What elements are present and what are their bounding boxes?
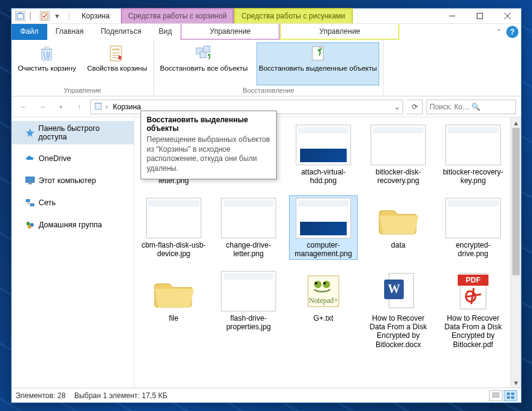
breadcrumb-root[interactable]: Корзина (110, 103, 144, 111)
file-item[interactable]: change-drive-letter.png (214, 195, 283, 260)
file-item[interactable]: file (139, 268, 208, 351)
ribbon-group-manage: Очистить корзину Свойства корзины Управл… (12, 40, 154, 96)
search-placeholder: Поиск: Корз... (430, 103, 471, 111)
view-icons-button[interactable] (504, 390, 517, 401)
empty-recycle-bin-button[interactable]: Очистить корзину (15, 42, 79, 85)
tab-manage-pictures[interactable]: Управление (280, 24, 399, 40)
tab-home[interactable]: Главная (47, 24, 93, 40)
file-item[interactable]: flash-drive-properties.jpg (214, 268, 283, 351)
computer-icon (25, 176, 35, 186)
svg-rect-10 (95, 103, 101, 109)
tab-share[interactable]: Поделиться (92, 24, 150, 40)
star-icon (25, 128, 35, 138)
file-item[interactable]: computer-management.png (289, 195, 358, 260)
qat-properties-icon[interactable] (40, 11, 50, 21)
file-item-label: G+.txt (314, 314, 333, 323)
thumbnail-icon (221, 271, 276, 311)
tab-view[interactable]: Вид (150, 24, 180, 40)
ribbon-tabs: Файл Главная Поделиться Вид Управление У… (12, 24, 521, 40)
scroll-thumb[interactable] (512, 128, 520, 275)
network-icon (25, 198, 35, 208)
thumbnail-icon (296, 198, 351, 238)
sidebar-quick-access[interactable]: Панель быстрого доступа (12, 121, 134, 144)
sidebar-this-pc[interactable]: Этот компьютер (12, 173, 134, 189)
close-button[interactable] (493, 9, 521, 23)
restore-selected-button[interactable]: Восстановить выделенные объекты (256, 42, 379, 85)
nav-forward-button[interactable]: → (35, 100, 50, 114)
svg-point-21 (323, 281, 330, 288)
file-item[interactable]: attach-virtual-hdd.png (289, 122, 358, 187)
ribbon-group-restore: Восстановить все объекты Восстановить вы… (154, 40, 384, 96)
file-item-label: How to Recover Data From a Disk Encrypte… (441, 314, 506, 350)
maximize-button[interactable] (466, 9, 493, 23)
address-dropdown-icon[interactable]: ⌄ (394, 103, 400, 111)
sidebar-network[interactable]: Сеть (12, 195, 134, 211)
contextual-tab-headers: Средства работы с корзиной Средства рабо… (121, 8, 353, 23)
thumbnail-icon: PDF (445, 271, 501, 311)
minimize-button[interactable] (438, 9, 466, 23)
tab-manage-recycle[interactable]: Управление (180, 24, 280, 40)
navigation-pane: Панель быстрого доступа OneDrive Этот ко… (12, 117, 134, 388)
svg-rect-11 (26, 177, 34, 182)
sidebar-homegroup[interactable]: Домашняя группа (12, 217, 134, 233)
recycle-bin-empty-icon (37, 44, 56, 63)
explorer-window: ▏ ▾ │ Корзина Средства работы с корзиной… (11, 8, 522, 403)
ribbon-collapse-icon[interactable]: ⌃ (492, 24, 506, 40)
file-item[interactable]: bitlocker-recovery-key.png (439, 122, 507, 187)
view-details-button[interactable] (489, 390, 503, 401)
thumbnail-icon (445, 198, 501, 238)
search-box[interactable]: Поиск: Корз... 🔍 (426, 100, 516, 114)
homegroup-icon (25, 220, 35, 230)
onedrive-icon (25, 154, 35, 163)
recycle-bin-icon[interactable] (15, 11, 25, 21)
thumbnail-icon (146, 271, 201, 311)
ctx-tab-recycle[interactable]: Средства работы с корзиной (121, 8, 234, 23)
breadcrumb-sep-icon[interactable]: › (106, 103, 108, 111)
scroll-up-icon[interactable]: ▴ (511, 117, 521, 128)
thumbnail-icon (445, 125, 501, 165)
window-buttons (438, 9, 521, 23)
file-item[interactable]: bitlocker-disk-recovery.png (364, 122, 433, 187)
restore-selected-icon (308, 44, 328, 63)
file-item-label: attach-virtual-hdd.png (291, 168, 356, 186)
qat-separator: │ (64, 11, 74, 21)
file-item[interactable]: WHow to Recover Data From a Disk Encrypt… (364, 268, 433, 351)
recycle-bin-properties-button[interactable]: Свойства корзины (85, 42, 150, 85)
thumbnail-icon: W (371, 271, 426, 311)
nav-back-button[interactable]: ← (17, 100, 31, 114)
file-item-label: bitlocker-disk-recovery.png (366, 168, 431, 186)
properties-icon (107, 44, 127, 63)
svg-point-22 (315, 282, 317, 284)
nav-up-button[interactable]: ↑ (72, 100, 87, 114)
title-bar: ▏ ▾ │ Корзина Средства работы с корзиной… (12, 9, 521, 24)
refresh-button[interactable]: ⟳ (407, 100, 423, 114)
thumbnail-icon (371, 198, 426, 238)
file-item[interactable]: encrypted-drive.png (439, 195, 507, 260)
file-item[interactable]: PDFHow to Recover Data From a Disk Encry… (439, 268, 507, 351)
file-item-label: How to Recover Data From a Disk Encrypte… (366, 314, 431, 350)
svg-rect-13 (26, 199, 30, 202)
svg-rect-5 (112, 49, 120, 50)
svg-rect-30 (507, 393, 510, 395)
vertical-scrollbar[interactable]: ▴ ▾ (511, 117, 521, 388)
file-item-label: change-drive-letter.png (216, 241, 281, 259)
file-item[interactable]: cbm-flash-disk-usb-device.jpg (139, 195, 208, 260)
file-item-label: bitlocker-recovery-key.png (441, 168, 506, 186)
help-icon[interactable]: ? (506, 26, 519, 38)
restore-selected-label: Восстановить выделенные объекты (259, 65, 377, 72)
window-title: Корзина (78, 9, 121, 23)
svg-rect-8 (204, 46, 210, 52)
nav-history-dropdown[interactable]: ▾ (53, 100, 68, 114)
svg-point-20 (314, 281, 322, 288)
tab-file[interactable]: Файл (12, 24, 47, 40)
ctx-tab-pictures[interactable]: Средства работы с рисунками (234, 8, 352, 23)
qat-dropdown-icon[interactable]: ▾ (52, 11, 62, 21)
file-item-label: flash-drive-properties.jpg (216, 314, 281, 332)
quick-access-toolbar: ▏ ▾ │ (12, 9, 78, 23)
file-item[interactable]: Notepad+G+.txt (289, 268, 358, 351)
sidebar-onedrive[interactable]: OneDrive (12, 151, 134, 166)
restore-all-button[interactable]: Восстановить все объекты (158, 42, 250, 85)
scroll-down-icon[interactable]: ▾ (511, 377, 521, 388)
restore-all-label: Восстановить все объекты (160, 65, 248, 72)
file-item[interactable]: data (364, 195, 433, 260)
